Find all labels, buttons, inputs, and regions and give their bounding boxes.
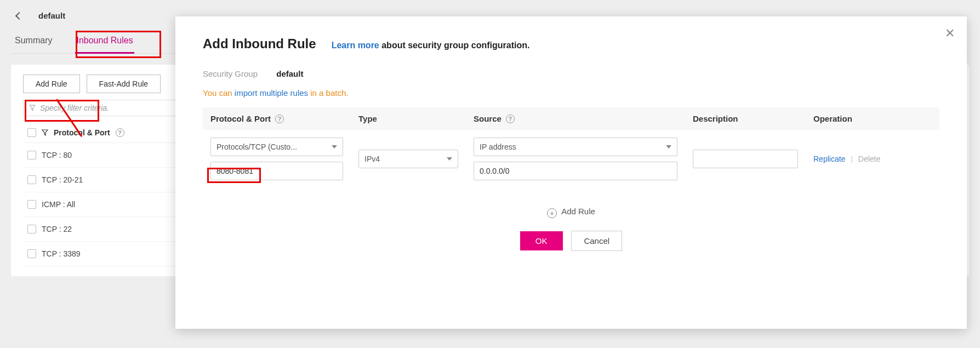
- port-input[interactable]: [210, 162, 343, 180]
- security-group-label: Security Group: [203, 69, 258, 78]
- modal-title-row: Add Inbound Rule Learn more about securi…: [203, 36, 939, 52]
- plus-icon: +: [547, 208, 557, 218]
- column-filter-icon[interactable]: [42, 129, 48, 136]
- security-group-row: Security Group default: [203, 69, 939, 78]
- chevron-down-icon: [332, 145, 337, 149]
- list-row-label: TCP : 20-21: [42, 175, 83, 184]
- chevron-down-icon: [447, 157, 452, 161]
- list-row-label: ICMP : All: [42, 200, 75, 209]
- list-header-label: Protocol & Port: [54, 128, 110, 137]
- help-icon[interactable]: ?: [116, 128, 124, 137]
- chevron-down-icon: [666, 145, 671, 149]
- rule-row: Protocols/TCP (Custo... IPv4 IP address: [203, 130, 939, 185]
- row-checkbox[interactable]: [27, 151, 36, 159]
- list-row-label: TCP : 80: [42, 151, 72, 159]
- back-chevron-icon[interactable]: [15, 12, 23, 19]
- row-checkbox[interactable]: [27, 225, 36, 233]
- breadcrumb-title: default: [38, 11, 65, 20]
- th-protocol: Protocol & Port ?: [203, 107, 351, 130]
- filter-placeholder: Specify filter criteria.: [40, 104, 109, 112]
- security-group-value: default: [276, 69, 303, 78]
- modal-actions: OK Cancel: [203, 231, 939, 251]
- th-protocol-label: Protocol & Port: [210, 114, 271, 123]
- help-icon[interactable]: ?: [275, 115, 284, 123]
- filter-icon: [29, 105, 36, 111]
- close-icon[interactable]: ✕: [945, 26, 955, 41]
- modal-title: Add Inbound Rule: [203, 36, 316, 52]
- th-source: Source ?: [466, 107, 685, 130]
- add-rule-button[interactable]: Add Rule: [23, 75, 80, 93]
- import-hint: You can import multiple rules in a batch…: [203, 88, 939, 98]
- tab-inbound-rules[interactable]: Inbound Rules: [75, 31, 134, 53]
- list-row-label: TCP : 3389: [42, 249, 81, 258]
- learn-more-tail: about security group configuration.: [379, 41, 530, 50]
- learn-more-text: Learn more about security group configur…: [332, 41, 530, 50]
- protocol-select-value: Protocols/TCP (Custo...: [216, 142, 297, 151]
- add-rule-label: Add Rule: [561, 207, 595, 216]
- th-type: Type: [351, 107, 466, 130]
- th-description: Description: [685, 107, 806, 130]
- learn-more-link[interactable]: Learn more: [332, 41, 379, 50]
- th-source-label: Source: [474, 114, 502, 123]
- add-inbound-rule-modal: ✕ Add Inbound Rule Learn more about secu…: [175, 16, 967, 329]
- row-checkbox[interactable]: [27, 249, 36, 258]
- type-select-value: IPv4: [364, 155, 380, 163]
- hint-pre: You can: [203, 88, 235, 98]
- fast-add-rule-button[interactable]: Fast-Add Rule: [87, 75, 161, 93]
- replicate-link[interactable]: Replicate: [813, 155, 845, 163]
- hint-post: in a batch.: [308, 88, 348, 98]
- add-rule-row[interactable]: +Add Rule: [203, 207, 939, 216]
- select-all-checkbox[interactable]: [27, 128, 36, 137]
- source-input[interactable]: [474, 162, 677, 180]
- row-checkbox[interactable]: [27, 175, 36, 184]
- tab-summary[interactable]: Summary: [14, 31, 53, 53]
- list-row-label: TCP : 22: [42, 225, 72, 233]
- type-select[interactable]: IPv4: [358, 150, 458, 168]
- ok-button[interactable]: OK: [520, 231, 563, 250]
- source-type-value: IP address: [480, 142, 516, 151]
- description-input[interactable]: [693, 150, 798, 168]
- protocol-select[interactable]: Protocols/TCP (Custo...: [210, 138, 343, 156]
- row-checkbox[interactable]: [27, 200, 36, 209]
- help-icon[interactable]: ?: [506, 115, 515, 123]
- op-separator: |: [851, 155, 853, 163]
- source-type-select[interactable]: IP address: [474, 138, 677, 156]
- import-multiple-rules-link[interactable]: import multiple rules: [235, 88, 308, 98]
- rules-table: Protocol & Port ? Type Source ? Descript…: [203, 107, 939, 185]
- cancel-button[interactable]: Cancel: [571, 231, 622, 251]
- delete-link: Delete: [858, 155, 880, 163]
- th-operation: Operation: [806, 107, 939, 130]
